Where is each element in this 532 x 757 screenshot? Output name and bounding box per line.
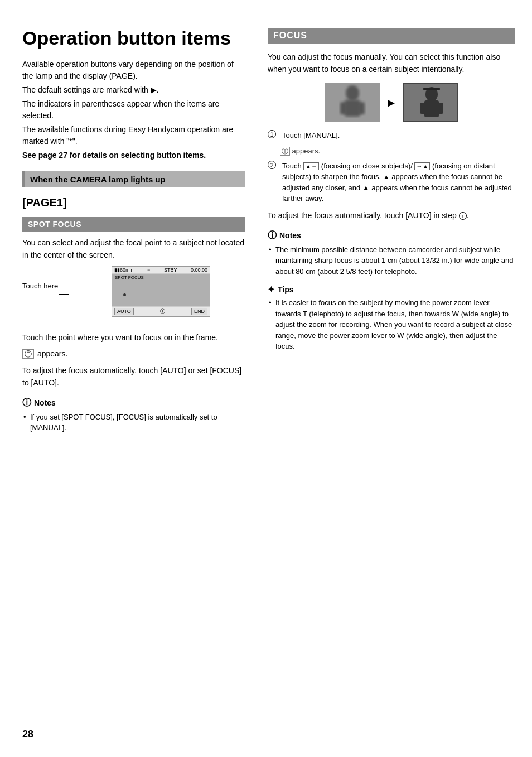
spot-focus-notes: ⓘ Notes If you set [SPOT FOCUS], [FOCUS]… bbox=[22, 397, 245, 433]
svg-rect-10 bbox=[423, 88, 440, 90]
touch-here-label: Touch here bbox=[22, 282, 58, 290]
preview-auto-btn: AUTO bbox=[114, 308, 134, 315]
spot-auto-text: To adjust the focus automatically, touch… bbox=[22, 365, 245, 389]
page1-title: [PAGE1] bbox=[22, 196, 245, 209]
focus-section-header: FOCUS bbox=[268, 28, 515, 44]
spot-focus-title: SPOT FOCUS bbox=[22, 217, 245, 232]
step-2: 2 Touch ▲← (focusing on close subjects)/… bbox=[268, 161, 515, 204]
preview-time: 0:00:00 bbox=[191, 267, 207, 273]
step-1-appears: Ⓣ appears. bbox=[268, 147, 515, 156]
focus-images: ► bbox=[268, 83, 515, 122]
notes-list: If you set [SPOT FOCUS], [FOCUS] is auto… bbox=[22, 412, 245, 433]
focus-img-sharp bbox=[403, 83, 458, 122]
spot-focus-screen-label: SPOT FOCUS bbox=[115, 275, 144, 280]
svg-rect-3 bbox=[340, 102, 347, 114]
spot-focus-diagram: Touch here ▮▮60min ≡ STBY 0:00:00 SPOT F… bbox=[22, 266, 245, 327]
focus-img-blurry bbox=[325, 83, 380, 122]
spot-focus-body: You can select and adjust the focal poin… bbox=[22, 237, 245, 261]
intro-text-1: Available operation buttons vary dependi… bbox=[22, 59, 245, 82]
preview-bottom-bar: AUTO Ⓣ END bbox=[112, 306, 210, 316]
svg-rect-2 bbox=[345, 100, 360, 117]
focus-notes-item-1: The minimum possible distance between ca… bbox=[268, 244, 515, 277]
preview-stby: STBY bbox=[164, 267, 177, 273]
preview-top-bar: ▮▮60min ≡ STBY 0:00:00 bbox=[112, 267, 210, 274]
focus-notes-heading: ⓘ Notes bbox=[268, 230, 515, 242]
step-2-content: Touch ▲← (focusing on close subjects)/ →… bbox=[282, 161, 515, 204]
notes-item-1: If you set [SPOT FOCUS], [FOCUS] is auto… bbox=[22, 412, 245, 433]
focus-notes-icon: ⓘ bbox=[268, 230, 277, 242]
focus-tips-item-1: It is easier to focus on the subject by … bbox=[268, 297, 515, 352]
left-column: Operation button items Available operati… bbox=[0, 17, 257, 740]
arrow-icon: ► bbox=[386, 97, 397, 109]
notes-icon: ⓘ bbox=[22, 397, 31, 409]
focus-intro: You can adjust the focus manually. You c… bbox=[268, 51, 515, 75]
focus-auto-text: To adjust the focus automatically, touch… bbox=[268, 210, 515, 222]
page-title: Operation button items bbox=[22, 28, 245, 49]
intro-text-3: The indicators in parentheses appear whe… bbox=[22, 98, 245, 122]
svg-point-1 bbox=[346, 85, 359, 101]
svg-rect-7 bbox=[424, 100, 439, 117]
focus-notes: ⓘ Notes The minimum possible distance be… bbox=[268, 230, 515, 277]
intro-text-4: The available functions during Easy Hand… bbox=[22, 124, 245, 147]
focus-tips-heading: ✦ Tips bbox=[268, 285, 515, 295]
step-1-num: 1 bbox=[268, 130, 278, 141]
notes-heading: ⓘ Notes bbox=[22, 397, 245, 409]
spot-touch-body: Touch the point where you want to focus … bbox=[22, 332, 245, 344]
preview-end-btn: END bbox=[191, 308, 207, 315]
page-number: 28 bbox=[22, 729, 33, 740]
step-2-num: 2 bbox=[268, 161, 278, 204]
svg-rect-4 bbox=[358, 102, 365, 114]
preview-tape-icon: ▮▮60min bbox=[114, 267, 134, 273]
focus-tips: ✦ Tips It is easier to focus on the subj… bbox=[268, 285, 515, 352]
step-1-content: Touch [MANUAL]. bbox=[282, 130, 340, 141]
right-column: FOCUS You can adjust the focus manually.… bbox=[257, 17, 532, 740]
step-1: 1 Touch [MANUAL]. bbox=[268, 130, 515, 141]
tips-icon: ✦ bbox=[268, 285, 275, 295]
focus-notes-list: The minimum possible distance between ca… bbox=[268, 244, 515, 277]
camera-preview: ▮▮60min ≡ STBY 0:00:00 SPOT FOCUS AUTO bbox=[112, 266, 210, 317]
camera-lamp-section: When the CAMERA lamp lights up bbox=[22, 171, 245, 187]
svg-rect-9 bbox=[438, 103, 443, 114]
preview-icon: Ⓣ bbox=[160, 308, 165, 315]
intro-text-5: See page 27 for details on selecting but… bbox=[22, 150, 245, 161]
spot-appears: Ⓣ appears. bbox=[22, 348, 245, 360]
intro-text-2: The default settings are marked with ▶. bbox=[22, 84, 245, 96]
preview-screen: SPOT FOCUS bbox=[112, 274, 210, 306]
focus-tips-list: It is easier to focus on the subject by … bbox=[268, 297, 515, 352]
svg-rect-8 bbox=[420, 103, 425, 114]
preview-menu-icon: ≡ bbox=[147, 267, 150, 273]
